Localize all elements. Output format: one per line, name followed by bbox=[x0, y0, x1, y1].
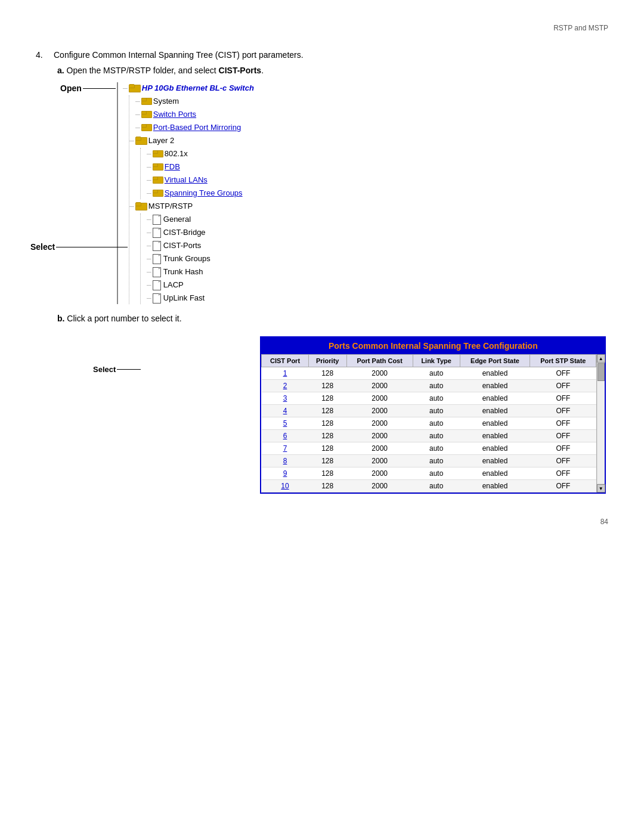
cist-table: Ports Common Internal Spanning Tree Conf… bbox=[260, 336, 606, 494]
tree-root: ─ HP 10Gb Ethernet BL-c Switch ─ System … bbox=[117, 82, 608, 304]
tree-item-port-mirroring[interactable]: ─ Port-Based Port Mirroring bbox=[135, 122, 608, 134]
link-type-1: auto bbox=[413, 367, 460, 380]
table-row[interactable]: 41282000autoenabledOFF bbox=[262, 405, 596, 417]
col-link-type: Link Type bbox=[413, 355, 460, 367]
edge-port-5: enabled bbox=[460, 417, 530, 430]
select-label: Select bbox=[30, 241, 55, 253]
port-2-link[interactable]: 2 bbox=[262, 380, 308, 392]
stp-state-7: OFF bbox=[530, 442, 596, 455]
cist-ports-label[interactable]: CIST-Ports bbox=[163, 240, 202, 252]
port-10-link[interactable]: 10 bbox=[262, 480, 308, 493]
tree-item-switch-ports[interactable]: ─ Switch Ports bbox=[135, 109, 608, 120]
uplink-fast-label: UpLink Fast bbox=[163, 292, 205, 304]
port-7-link[interactable]: 7 bbox=[262, 442, 308, 455]
switch-ports-label[interactable]: Switch Ports bbox=[153, 109, 196, 120]
stp-state-8: OFF bbox=[530, 455, 596, 467]
table-row[interactable]: 11282000autoenabledOFF bbox=[262, 367, 596, 380]
port-mirroring-label[interactable]: Port-Based Port Mirroring bbox=[153, 122, 241, 134]
scrollbar[interactable]: ▲ ▼ bbox=[596, 354, 605, 493]
scroll-down-button[interactable]: ▼ bbox=[597, 484, 605, 493]
sub-step-b-content: Click a port number to select it. bbox=[67, 314, 181, 323]
port-4-link[interactable]: 4 bbox=[262, 405, 308, 417]
table-body: CIST Port Priority Port Path Cost Link T… bbox=[261, 354, 596, 493]
priority-10: 128 bbox=[308, 480, 346, 493]
table-title: Ports Common Internal Spanning Tree Conf… bbox=[261, 337, 605, 354]
tree-item-mstprstp: ─ MSTP/RSTP bbox=[129, 200, 608, 212]
fdb-label[interactable]: FDB bbox=[165, 161, 180, 173]
link-type-3: auto bbox=[413, 392, 460, 405]
link-type-9: auto bbox=[413, 467, 460, 480]
link-type-7: auto bbox=[413, 442, 460, 455]
port-3-link[interactable]: 3 bbox=[262, 392, 308, 405]
tree-item-trunk-hash: ─ Trunk Hash bbox=[147, 266, 608, 278]
col-edge-port: Edge Port State bbox=[460, 355, 530, 367]
sub-step-a-prefix: Open the MSTP/RSTP folder, and select bbox=[67, 66, 219, 75]
system-label: System bbox=[153, 95, 179, 107]
table-row[interactable]: 31282000autoenabledOFF bbox=[262, 392, 596, 405]
trunk-groups-label: Trunk Groups bbox=[163, 253, 210, 265]
table-row[interactable]: 51282000autoenabledOFF bbox=[262, 417, 596, 430]
edge-port-7: enabled bbox=[460, 442, 530, 455]
port-9-link[interactable]: 9 bbox=[262, 467, 308, 480]
trunk-groups-doc-icon bbox=[153, 254, 161, 264]
vlans-folder-icon bbox=[153, 176, 162, 184]
scroll-up-button[interactable]: ▲ bbox=[597, 354, 605, 363]
tree-item-spanning-tree-groups[interactable]: ─ Spanning Tree Groups bbox=[147, 187, 608, 199]
tree-mstprstp-sub: ─ General ─ CIST-Bridge bbox=[140, 213, 608, 304]
table-row[interactable]: 71282000autoenabledOFF bbox=[262, 442, 596, 455]
priority-4: 128 bbox=[308, 405, 346, 417]
fdb-folder-icon bbox=[153, 163, 162, 171]
edge-port-6: enabled bbox=[460, 430, 530, 442]
path-cost-2: 2000 bbox=[346, 380, 413, 392]
path-cost-4: 2000 bbox=[346, 405, 413, 417]
general-label: General bbox=[163, 213, 191, 225]
port-6-link[interactable]: 6 bbox=[262, 430, 308, 442]
table-select-line bbox=[117, 369, 141, 370]
vlans-label[interactable]: Virtual LANs bbox=[165, 174, 208, 186]
trunk-hash-label: Trunk Hash bbox=[163, 266, 203, 278]
path-cost-9: 2000 bbox=[346, 467, 413, 480]
table-row[interactable]: 21282000autoenabledOFF bbox=[262, 380, 596, 392]
table-row[interactable]: 81282000autoenabledOFF bbox=[262, 455, 596, 467]
stp-state-4: OFF bbox=[530, 405, 596, 417]
path-cost-10: 2000 bbox=[346, 480, 413, 493]
root-label[interactable]: HP 10Gb Ethernet BL-c Switch bbox=[142, 82, 254, 94]
tree-item-uplink-fast: ─ UpLink Fast bbox=[147, 292, 608, 304]
select-arrow-line bbox=[56, 247, 128, 247]
link-type-2: auto bbox=[413, 380, 460, 392]
tree-diagram: Open ─ HP 10Gb Ethernet BL-c Switch ─ bbox=[117, 82, 608, 304]
cist-bridge-doc-icon bbox=[153, 228, 161, 237]
port-8-link[interactable]: 8 bbox=[262, 455, 308, 467]
spanning-tree-label[interactable]: Spanning Tree Groups bbox=[165, 187, 243, 199]
tree-item-fdb[interactable]: ─ FDB bbox=[147, 161, 608, 173]
table-row[interactable]: 101282000autoenabledOFF bbox=[262, 480, 596, 493]
table-row[interactable]: 91282000autoenabledOFF bbox=[262, 467, 596, 480]
cist-ports-link[interactable]: CIST-Ports bbox=[219, 66, 262, 75]
port-1-link[interactable]: 1 bbox=[262, 367, 308, 380]
tree-root-item[interactable]: ─ HP 10Gb Ethernet BL-c Switch bbox=[118, 82, 608, 94]
layer2-label: Layer 2 bbox=[148, 135, 174, 147]
lacp-doc-icon bbox=[153, 280, 161, 290]
sub-step-b: b. Click a port number to select it. Sel… bbox=[57, 314, 608, 494]
select-label-row: Select bbox=[30, 241, 128, 253]
tree-item-general: ─ General bbox=[147, 213, 608, 225]
priority-5: 128 bbox=[308, 417, 346, 430]
path-cost-6: 2000 bbox=[346, 430, 413, 442]
tree-item-cist-ports[interactable]: Select ─ CIST-Ports bbox=[147, 240, 608, 252]
step-number: 4. bbox=[36, 50, 54, 60]
link-type-4: auto bbox=[413, 405, 460, 417]
page-header: RSTP and MSTP bbox=[36, 24, 608, 32]
port-5-link[interactable]: 5 bbox=[262, 417, 308, 430]
step-4-text: Configure Common Internal Spanning Tree … bbox=[54, 50, 608, 60]
step-4-block: 4. Configure Common Internal Spanning Tr… bbox=[36, 50, 608, 494]
system-folder-icon bbox=[141, 98, 151, 105]
tree-level1: ─ System ─ Switch Ports ─ Port-Ba bbox=[129, 95, 608, 304]
table-row[interactable]: 61282000autoenabledOFF bbox=[262, 430, 596, 442]
root-folder-icon bbox=[129, 84, 140, 92]
tree-item-trunk-groups: ─ Trunk Groups bbox=[147, 253, 608, 265]
tree-item-vlans[interactable]: ─ Virtual LANs bbox=[147, 174, 608, 186]
path-cost-5: 2000 bbox=[346, 417, 413, 430]
path-cost-3: 2000 bbox=[346, 392, 413, 405]
trunk-hash-doc-icon bbox=[153, 267, 161, 277]
scroll-thumb[interactable] bbox=[597, 363, 605, 381]
